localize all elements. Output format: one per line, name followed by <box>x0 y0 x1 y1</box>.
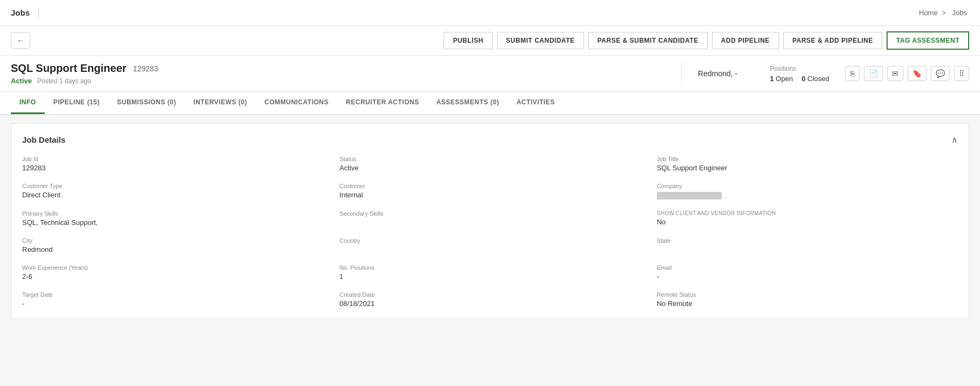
job-header: SQL Support Engineer 129283 Active Poste… <box>0 56 980 92</box>
detail-customer: Customer Internal <box>339 183 640 199</box>
job-meta: Active Posted 1 days ago <box>11 77 670 85</box>
tab-pipeline[interactable]: PIPELINE (15) <box>45 92 109 114</box>
detail-remote-status: Remote Status No Remote <box>657 291 958 308</box>
job-status-active: Active <box>11 77 32 85</box>
company-blurred <box>657 192 722 199</box>
add-pipeline-button[interactable]: ADD PIPELINE <box>712 32 779 49</box>
job-location-section: Redmond, - <box>682 69 754 78</box>
breadcrumb-separator: > <box>942 9 946 17</box>
detail-work-experience: Work Experience (Years) 2-6 <box>22 264 323 281</box>
top-nav: Jobs Home > Jobs <box>0 0 980 26</box>
nav-left: Jobs <box>11 8 39 17</box>
breadcrumb: Home > Jobs <box>919 9 969 17</box>
breadcrumb-current: Jobs <box>952 9 967 17</box>
tab-recruiter-actions[interactable]: RECRUITER ACTIONS <box>337 92 427 114</box>
tab-activities[interactable]: ACTIVITIES <box>508 92 563 114</box>
detail-customer-type: Customer Type Direct Client <box>22 183 323 199</box>
submit-candidate-button[interactable]: SUBMIT CANDIDATE <box>497 32 584 49</box>
job-posted-time: Posted 1 days ago <box>37 77 91 85</box>
tab-assessments[interactable]: ASSESSMENTS (0) <box>428 92 508 114</box>
copy-icon[interactable]: ⎘ <box>845 66 860 81</box>
job-title-section: SQL Support Engineer 129283 Active Poste… <box>11 62 682 85</box>
detail-primary-skills: Primary Skills SQL, Technical Support, <box>22 210 323 227</box>
positions-label: Positions <box>770 65 829 72</box>
job-title: SQL Support Engineer <box>11 62 126 75</box>
mail-icon[interactable]: ✉ <box>887 66 903 81</box>
job-details-card: Job Details ∧ Job Id 129283 Status Activ… <box>11 123 969 319</box>
card-header: Job Details ∧ <box>22 135 958 145</box>
header-toolbar: ← PUBLISH SUBMIT CANDIDATE PARSE & SUBMI… <box>0 26 980 56</box>
detail-email: Email - <box>657 264 958 281</box>
back-button[interactable]: ← <box>11 32 30 49</box>
job-id-display: 129283 <box>133 64 158 73</box>
job-title-row: SQL Support Engineer 129283 <box>11 62 670 75</box>
bookmark-icon[interactable]: 🔖 <box>908 66 927 81</box>
open-positions: 1 Open <box>770 75 793 83</box>
closed-positions: 0 Closed <box>802 75 829 83</box>
tree-icon[interactable]: ⠿ <box>954 66 969 81</box>
detail-state: State <box>657 237 958 254</box>
chat-icon[interactable]: 💬 <box>931 66 950 81</box>
card-title: Job Details <box>22 135 65 144</box>
job-actions-right: ⎘ 📄 ✉ 🔖 💬 ⠿ <box>845 66 969 81</box>
main-content: Job Details ∧ Job Id 129283 Status Activ… <box>0 115 980 386</box>
publish-button[interactable]: PUBLISH <box>444 32 492 49</box>
details-grid: Job Id 129283 Status Active Job Title SQ… <box>22 156 958 308</box>
detail-job-id: Job Id 129283 <box>22 156 323 172</box>
collapse-button[interactable]: ∧ <box>951 135 958 145</box>
tag-assessment-button[interactable]: TAG ASSESSMENT <box>887 31 969 50</box>
tab-interviews[interactable]: INTERVIEWS (0) <box>185 92 256 114</box>
detail-no-positions: No. Positions 1 <box>339 264 640 281</box>
tab-communications[interactable]: COMMUNICATIONS <box>256 92 338 114</box>
detail-job-title: Job Title SQL Support Engineer <box>657 156 958 172</box>
document-icon[interactable]: 📄 <box>864 66 883 81</box>
detail-company: Company <box>657 183 958 199</box>
breadcrumb-home[interactable]: Home <box>919 9 938 17</box>
parse-submit-candidate-button[interactable]: PARSE & SUBMIT CANDIDATE <box>588 32 708 49</box>
positions-row: 1 Open 0 Closed <box>770 75 829 83</box>
job-location: Redmond, - <box>698 69 737 78</box>
detail-status: Status Active <box>339 156 640 172</box>
tab-submissions[interactable]: SUBMISSIONS (0) <box>109 92 185 114</box>
detail-country: Country <box>339 237 640 254</box>
detail-city: City Redmond <box>22 237 323 254</box>
detail-target-date: Target Date - <box>22 291 323 308</box>
detail-secondary-skills: Secondary Skills <box>339 210 640 227</box>
app-title: Jobs <box>11 8 39 17</box>
tabs-bar: INFO PIPELINE (15) SUBMISSIONS (0) INTER… <box>0 92 980 115</box>
detail-show-client: SHOW CLIENT AND VENDOR INFORMATION No <box>657 210 958 227</box>
positions-section: Positions 1 Open 0 Closed <box>754 65 845 83</box>
parse-add-pipeline-button[interactable]: PARSE & ADD PIPELINE <box>783 32 882 49</box>
tab-info[interactable]: INFO <box>11 92 45 114</box>
detail-created-date: Created Date 08/18/2021 <box>339 291 640 308</box>
